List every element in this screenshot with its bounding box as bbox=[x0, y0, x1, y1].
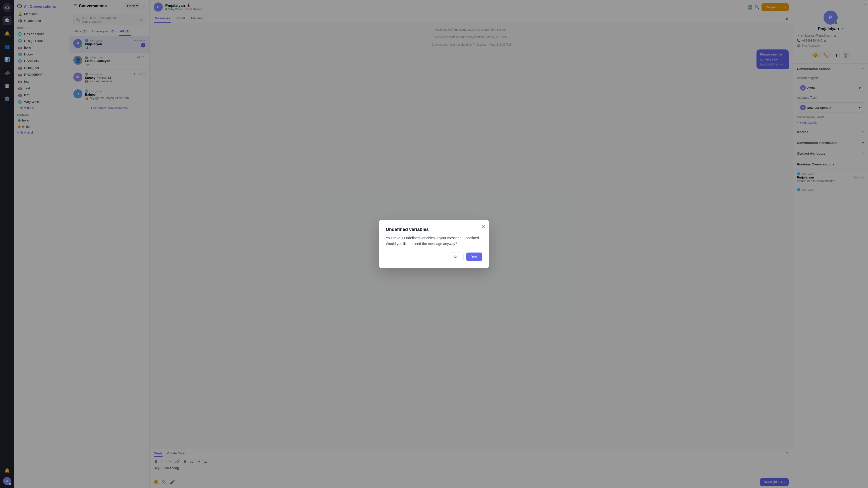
modal-title: Undefined variables bbox=[386, 227, 482, 232]
modal-actions: No Yes bbox=[386, 253, 482, 261]
modal-close-button[interactable]: ✕ bbox=[482, 224, 485, 229]
undefined-variables-modal: ✕ Undefined variables You have 1 undefin… bbox=[379, 220, 489, 268]
modal-body: You have 1 undefined variables in your m… bbox=[386, 235, 482, 247]
modal-yes-button[interactable]: Yes bbox=[466, 253, 482, 261]
modal-no-button[interactable]: No bbox=[448, 253, 464, 261]
modal-overlay: ✕ Undefined variables You have 1 undefin… bbox=[0, 0, 868, 488]
